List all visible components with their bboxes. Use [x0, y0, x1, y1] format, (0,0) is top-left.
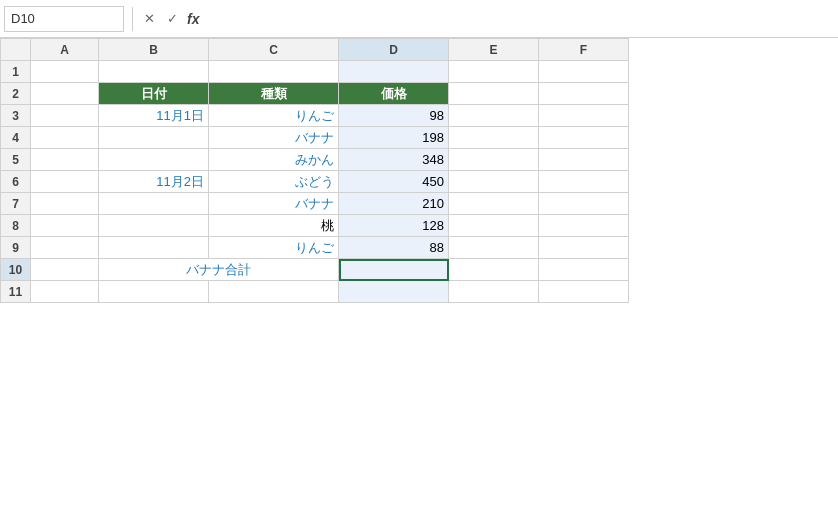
- row-header-7[interactable]: 7: [1, 193, 31, 215]
- cell-D4[interactable]: 198: [339, 127, 449, 149]
- cell-E11[interactable]: [449, 281, 539, 303]
- cell-D9[interactable]: 88: [339, 237, 449, 259]
- cell-B4[interactable]: [99, 127, 209, 149]
- cell-B7[interactable]: [99, 193, 209, 215]
- cell-F1[interactable]: [539, 61, 629, 83]
- cell-E2[interactable]: [449, 83, 539, 105]
- cell-B3[interactable]: 11月1日: [99, 105, 209, 127]
- cell-F6[interactable]: [539, 171, 629, 193]
- col-header-c[interactable]: C: [209, 39, 339, 61]
- cell-E6[interactable]: [449, 171, 539, 193]
- cell-A5[interactable]: [31, 149, 99, 171]
- cell-F11[interactable]: [539, 281, 629, 303]
- cell-D7[interactable]: 210: [339, 193, 449, 215]
- row-header-11[interactable]: 11: [1, 281, 31, 303]
- cell-B5[interactable]: [99, 149, 209, 171]
- cell-B6[interactable]: 11月2日: [99, 171, 209, 193]
- cell-E1[interactable]: [449, 61, 539, 83]
- confirm-icon[interactable]: ✓: [164, 9, 181, 28]
- cell-D8[interactable]: 128: [339, 215, 449, 237]
- cell-D3[interactable]: 98: [339, 105, 449, 127]
- formula-bar: D10 ✕ ✓ fx: [0, 0, 838, 38]
- cell-C11[interactable]: [209, 281, 339, 303]
- row-header-3[interactable]: 3: [1, 105, 31, 127]
- cell-A9[interactable]: [31, 237, 99, 259]
- fx-icon[interactable]: fx: [187, 11, 199, 27]
- cell-B9[interactable]: [99, 237, 209, 259]
- cell-F3[interactable]: [539, 105, 629, 127]
- row-header-2[interactable]: 2: [1, 83, 31, 105]
- cell-E10[interactable]: [449, 259, 539, 281]
- cell-F4[interactable]: [539, 127, 629, 149]
- cell-C3[interactable]: りんご: [209, 105, 339, 127]
- cell-D10[interactable]: [339, 259, 449, 281]
- cell-E5[interactable]: [449, 149, 539, 171]
- cell-D2[interactable]: 価格: [339, 83, 449, 105]
- cell-E9[interactable]: [449, 237, 539, 259]
- cell-B8[interactable]: [99, 215, 209, 237]
- cell-A1[interactable]: [31, 61, 99, 83]
- cell-B11[interactable]: [99, 281, 209, 303]
- cell-F8[interactable]: [539, 215, 629, 237]
- name-box[interactable]: D10: [4, 6, 124, 32]
- cell-C8[interactable]: 桃: [209, 215, 339, 237]
- row-header-9[interactable]: 9: [1, 237, 31, 259]
- cell-D5[interactable]: 348: [339, 149, 449, 171]
- cell-A6[interactable]: [31, 171, 99, 193]
- formula-icons: ✕ ✓ fx: [141, 9, 199, 28]
- cell-F7[interactable]: [539, 193, 629, 215]
- row-header-5[interactable]: 5: [1, 149, 31, 171]
- corner-header: [1, 39, 31, 61]
- cell-C1[interactable]: [209, 61, 339, 83]
- cell-C9[interactable]: りんご: [209, 237, 339, 259]
- cell-F9[interactable]: [539, 237, 629, 259]
- row-header-10[interactable]: 10: [1, 259, 31, 281]
- formula-input[interactable]: [203, 6, 834, 32]
- cell-A7[interactable]: [31, 193, 99, 215]
- cell-A2[interactable]: [31, 83, 99, 105]
- row-header-8[interactable]: 8: [1, 215, 31, 237]
- cell-B10[interactable]: バナナ合計: [99, 259, 339, 281]
- cell-F5[interactable]: [539, 149, 629, 171]
- cell-F10[interactable]: [539, 259, 629, 281]
- row-header-6[interactable]: 6: [1, 171, 31, 193]
- formula-divider: [132, 7, 133, 31]
- cell-B2[interactable]: 日付: [99, 83, 209, 105]
- col-header-f[interactable]: F: [539, 39, 629, 61]
- cell-B1[interactable]: [99, 61, 209, 83]
- cell-A4[interactable]: [31, 127, 99, 149]
- grid-table: A B C D E F 12日付種類価格311月1日りんご984バナナ1985み…: [0, 38, 629, 303]
- cell-E4[interactable]: [449, 127, 539, 149]
- col-header-a[interactable]: A: [31, 39, 99, 61]
- col-header-b[interactable]: B: [99, 39, 209, 61]
- cell-D6[interactable]: 450: [339, 171, 449, 193]
- cell-A11[interactable]: [31, 281, 99, 303]
- row-header-1[interactable]: 1: [1, 61, 31, 83]
- spreadsheet-grid: A B C D E F 12日付種類価格311月1日りんご984バナナ1985み…: [0, 38, 838, 506]
- cell-D1[interactable]: [339, 61, 449, 83]
- cell-C2[interactable]: 種類: [209, 83, 339, 105]
- cell-E3[interactable]: [449, 105, 539, 127]
- cell-C7[interactable]: バナナ: [209, 193, 339, 215]
- row-header-4[interactable]: 4: [1, 127, 31, 149]
- cell-E7[interactable]: [449, 193, 539, 215]
- cell-E8[interactable]: [449, 215, 539, 237]
- cell-F2[interactable]: [539, 83, 629, 105]
- cell-A3[interactable]: [31, 105, 99, 127]
- cell-C6[interactable]: ぶどう: [209, 171, 339, 193]
- cell-D11[interactable]: [339, 281, 449, 303]
- cancel-icon[interactable]: ✕: [141, 9, 158, 28]
- col-header-e[interactable]: E: [449, 39, 539, 61]
- cell-C4[interactable]: バナナ: [209, 127, 339, 149]
- col-header-d[interactable]: D: [339, 39, 449, 61]
- cell-A10[interactable]: [31, 259, 99, 281]
- cell-A8[interactable]: [31, 215, 99, 237]
- cell-C5[interactable]: みかん: [209, 149, 339, 171]
